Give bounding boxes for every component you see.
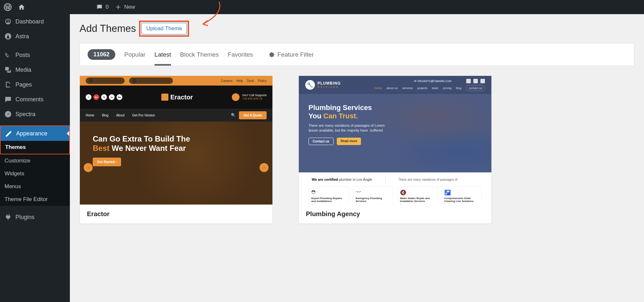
contact-button: contact us [466,85,485,91]
sidebar-item-spectra[interactable]: Spectra [0,107,70,122]
annotation-highlight-box: Upload Theme [139,21,189,37]
home-icon[interactable] [18,4,25,11]
behance-icon: Be [117,94,122,100]
comments-icon [5,96,12,103]
plugins-icon [5,214,12,221]
filter-bar: 11062 Popular Latest Block Themes Favori… [80,43,634,66]
sidebar-label: Pages [15,81,32,88]
sidebar-sub-widgets[interactable]: Widgets [0,167,70,180]
contact-button: Contact us [308,138,334,145]
carousel-prev-icon: ‹ [84,163,93,172]
admin-bar: 0 New [0,0,644,14]
page-title: Add Themes [80,23,136,34]
sidebar-submenu-appearance: Themes [1,141,69,154]
sidebar-item-pages[interactable]: Pages [0,77,70,92]
feature-filter-label: Feature Filter [278,51,314,58]
theme-count-badge: 11062 [88,49,115,60]
twitter-icon [473,79,478,83]
appearance-icon [5,130,12,137]
sidebar-label: Media [15,67,31,73]
wordpress-logo-icon[interactable] [4,3,12,11]
theme-card-eractor[interactable]: 50 Wallstreet,USA email@company.com Care… [80,76,273,224]
logo-icon [161,94,168,101]
theme-preview: 50 Wallstreet,USA email@company.com Care… [80,76,272,205]
facebook-icon [466,79,471,83]
phone-icon [232,93,240,101]
sidebar-item-plugins[interactable]: Plugins [0,210,70,224]
theme-preview: 🔧 PLUMBING Services ✉ Info16271@Fakeinfo… [299,76,491,205]
facebook-icon: f [86,94,91,100]
telegram-icon [480,79,485,83]
twitter-icon: 𝕏 [101,94,107,100]
get-started-button: Get Started › [93,158,121,166]
plumbing-logo-icon: 🔧 [305,80,315,90]
location-icon [89,78,93,83]
email-icon [132,78,137,83]
sidebar-item-dashboard[interactable]: Dashboard [0,14,70,29]
sidebar-label: Plugins [15,214,34,221]
new-label: New [124,4,135,10]
sidebar-item-comments[interactable]: Comments [0,92,70,107]
quote-button: Get A Quote [239,111,267,119]
search-icon: 🔍 [231,113,236,117]
preview-topbar: 🔧 PLUMBING Services ✉ Info16271@Fakeinfo… [299,76,491,94]
sidebar-item-posts[interactable]: Posts [0,48,70,62]
sidebar-item-media[interactable]: Media [0,62,70,77]
theme-name: Plumbing Agency [299,205,491,224]
sidebar-sub-editor[interactable]: Theme File Editor [0,193,70,206]
comments-count[interactable]: 0 [96,4,109,11]
theme-name: Eractor [80,205,272,224]
sidebar-label: Dashboard [15,18,44,25]
sidebar-sub-customize[interactable]: Customize [0,154,70,167]
card-icon: 🚰 [444,189,451,196]
posts-icon [5,51,12,59]
sidebar-item-astra[interactable]: Astra [0,29,70,44]
carousel-next-icon: › [260,163,269,172]
preview-hero: Plumbing Services You Can Trust. There a… [299,94,491,172]
comments-count-label: 0 [106,4,109,10]
card-icon: 🔇 [400,189,406,196]
pages-icon [5,81,12,88]
admin-sidebar: Dashboard Astra Posts Media Pages Commen… [0,14,70,302]
sidebar-item-appearance[interactable]: Appearance [1,126,69,141]
upload-theme-button[interactable]: Upload Theme [141,23,187,34]
feature-filter-button[interactable]: Feature Filter [269,51,314,58]
spectra-icon [5,111,12,118]
sidebar-label: Appearance [16,130,47,137]
sidebar-sub-themes[interactable]: Themes [1,141,69,154]
theme-grid: 50 Wallstreet,USA email@company.com Care… [80,76,634,224]
media-icon [5,66,12,73]
gear-icon [269,51,275,58]
sidebar-label: Spectra [15,111,35,118]
preview-hero: Can Go Extra To Build The Best We Never … [80,122,272,205]
tab-favorites[interactable]: Favorites [228,51,253,58]
main-content: Add Themes Upload Theme 11062 Popular La… [70,14,644,302]
new-button[interactable]: New [115,4,135,10]
sidebar-label: Posts [15,52,30,59]
preview-logo: Eractor [161,94,193,101]
preview-topbar: 50 Wallstreet,USA email@company.com Care… [80,76,272,86]
dashboard-icon [5,18,12,25]
preview-cards: ⛑Expert Plumbing Repairs and Installatio… [299,187,491,205]
card-icon: ⛑ [311,189,318,196]
tab-latest[interactable]: Latest [155,51,171,66]
preview-nav: f G+ 𝕏 in Be Eractor 24x7 Call Supports [80,86,272,109]
linkedin-icon: in [109,94,115,100]
card-icon: 〰 [356,189,362,196]
sidebar-sub-menus[interactable]: Menus [0,180,70,193]
theme-card-plumbing[interactable]: 🔧 PLUMBING Services ✉ Info16271@Fakeinfo… [298,76,492,224]
preview-nav2: Home Blog About Get Pro Version 🔍 Get A … [80,109,272,122]
google-icon: G+ [93,94,99,100]
readmore-button: Read more [337,138,361,145]
tab-block-themes[interactable]: Block Themes [180,51,219,58]
tab-popular[interactable]: Popular [124,51,146,58]
sidebar-label: Comments [15,96,43,103]
sidebar-label: Astra [15,33,29,40]
page-header: Add Themes Upload Theme [80,21,634,37]
sidebar-submenu-appearance-rest: Customize Widgets Menus Theme File Edito… [0,154,70,206]
preview-cert-bar: We are certified plumber in Los Angle Th… [299,172,491,187]
astra-icon [5,33,12,40]
